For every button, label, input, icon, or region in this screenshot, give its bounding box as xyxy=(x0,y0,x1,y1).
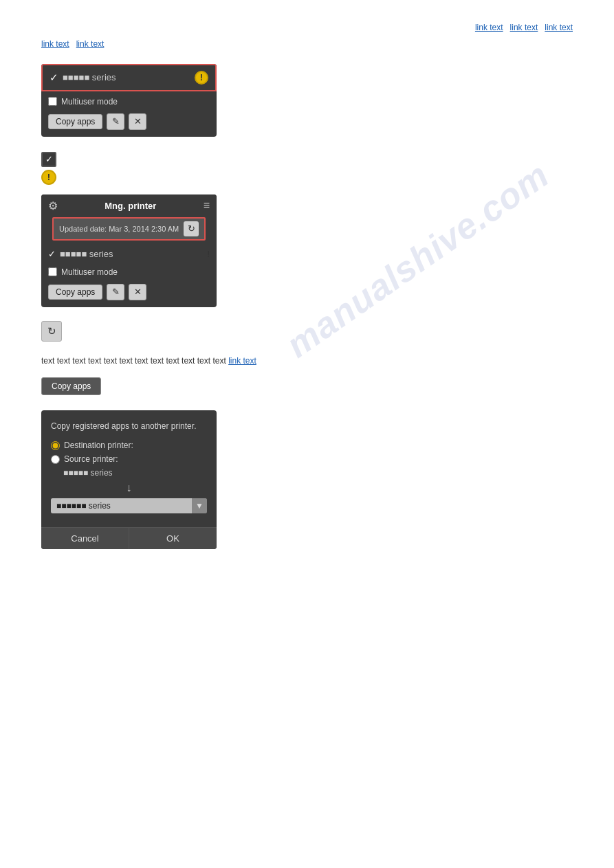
warning-legend-item: ! xyxy=(41,170,573,185)
mng-title: Mng. printer xyxy=(58,201,204,211)
mng-multiuser-row: Multiuser mode xyxy=(48,267,210,277)
updated-text: Updated date: Mar 3, 2014 2:30 AM xyxy=(59,225,179,233)
source-radio[interactable] xyxy=(51,455,60,464)
refresh-button[interactable]: ↻ xyxy=(184,221,199,236)
mng-copy-apps-button[interactable]: Copy apps xyxy=(48,285,102,300)
destination-radio[interactable] xyxy=(51,441,60,450)
edit-button-1[interactable]: ✎ xyxy=(107,113,124,130)
top-link4[interactable]: link text xyxy=(41,39,69,49)
hamburger-icon[interactable]: ≡ xyxy=(204,199,210,212)
source-radio-row: Source printer: xyxy=(51,454,207,464)
copy-apps-button-1[interactable]: Copy apps xyxy=(48,114,102,129)
bottom-link[interactable]: link text xyxy=(228,356,256,366)
cancel-button[interactable]: Cancel xyxy=(41,528,129,549)
warning-icon-1: ! xyxy=(195,71,208,85)
printer-card-1: ✓ ■■■■■ series ! Multiuser mode Copy app… xyxy=(41,64,217,137)
copy-apps-standalone-button[interactable]: Copy apps xyxy=(41,377,101,395)
dialog-footer: Cancel OK xyxy=(41,527,217,549)
warning-legend-icon: ! xyxy=(41,170,56,185)
check-legend-icon: ✓ xyxy=(41,152,56,167)
mng-topbar: ⚙ Mng. printer ≡ xyxy=(41,194,217,217)
top-link5[interactable]: link text xyxy=(76,39,105,49)
mng-card-body: Multiuser mode Copy apps ✎ ✕ xyxy=(41,262,217,307)
dialog-body: Copy registered apps to another printer.… xyxy=(41,410,217,527)
top-text-area: link text link text link text link text … xyxy=(41,21,573,52)
bottom-text-content: text text text text text text text text … xyxy=(41,356,226,366)
mng-updated-bar: Updated date: Mar 3, 2014 2:30 AM ↻ xyxy=(52,217,206,241)
mng-multiuser-label: Multiuser mode xyxy=(61,267,118,277)
standalone-refresh-icon[interactable]: ↻ xyxy=(41,321,62,342)
source-label: Source printer: xyxy=(64,454,118,464)
ok-button[interactable]: OK xyxy=(129,528,217,549)
gear-icon: ⚙ xyxy=(48,199,58,212)
mng-close-button[interactable]: ✕ xyxy=(129,284,146,300)
card-buttons-1: Copy apps ✎ ✕ xyxy=(48,113,210,130)
mng-warning-icon: ! xyxy=(207,249,210,259)
printer-card-1-header: ✓ ■■■■■ series ! xyxy=(41,64,217,91)
top-link3[interactable]: link text xyxy=(545,23,573,32)
dropdown-value: ■■■■■■ series xyxy=(51,498,192,513)
top-link1[interactable]: link text xyxy=(475,23,503,32)
dialog-body-text: Copy registered apps to another printer. xyxy=(51,420,207,432)
mng-printer-name: ■■■■■ series xyxy=(60,249,207,259)
multiuser-label-1: Multiuser mode xyxy=(61,97,118,107)
printer-dropdown[interactable]: ■■■■■■ series ▼ xyxy=(51,498,207,513)
icon-legend: ✓ ! xyxy=(41,152,573,185)
printer-card-1-body: Multiuser mode Copy apps ✎ ✕ xyxy=(41,91,217,137)
dropdown-arrow-icon[interactable]: ▼ xyxy=(192,498,207,513)
mng-printer-card: ⚙ Mng. printer ≡ Updated date: Mar 3, 20… xyxy=(41,194,217,307)
mng-multiuser-checkbox[interactable] xyxy=(48,267,57,276)
multiuser-row-1: Multiuser mode xyxy=(48,97,210,107)
top-link2[interactable]: link text xyxy=(510,23,538,32)
arrow-down-icon: ↓ xyxy=(51,482,207,494)
mng-check-icon: ✓ xyxy=(48,249,56,259)
destination-radio-row: Destination printer: xyxy=(51,441,207,450)
mng-edit-button[interactable]: ✎ xyxy=(107,284,124,300)
destination-label: Destination printer: xyxy=(64,441,133,450)
check-legend-item: ✓ xyxy=(41,152,573,167)
copy-apps-dialog: Copy registered apps to another printer.… xyxy=(41,410,217,549)
mng-printer-row: ✓ ■■■■■ series ! xyxy=(41,246,217,262)
close-button-1[interactable]: ✕ xyxy=(129,113,146,130)
check-icon-1: ✓ xyxy=(50,71,58,84)
printer-name-1: ■■■■■ series xyxy=(63,72,195,82)
source-printer-name: ■■■■■ series xyxy=(51,468,207,478)
mng-card-buttons: Copy apps ✎ ✕ xyxy=(48,284,210,300)
multiuser-checkbox-1[interactable] xyxy=(48,97,57,106)
bottom-text: text text text text text text text text … xyxy=(41,354,573,368)
